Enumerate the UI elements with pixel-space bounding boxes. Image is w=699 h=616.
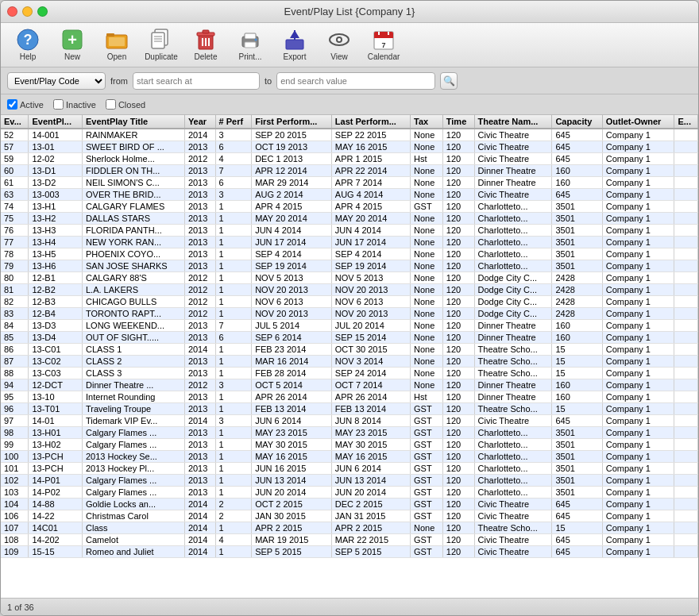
table-cell: Civic Theatre [474,415,552,427]
column-header[interactable]: Capacity [552,115,602,129]
table-row[interactable]: 7813-H5PHOENIX COYO...20131SEP 4 2014SEP… [1,248,698,260]
table-cell: 645 [552,534,602,546]
from-label: from [110,76,128,86]
table-cell: 120 [442,177,474,189]
delete-button[interactable]: Delete [185,26,226,64]
search-button[interactable]: 🔍 [440,72,458,90]
column-header[interactable]: # Perf [215,115,252,129]
svg-rect-19 [245,33,256,39]
help-button[interactable]: ? Help [7,26,48,64]
table-cell: Company 1 [602,499,674,510]
export-button[interactable]: Export [274,26,315,64]
table-cell: Dinner Theatre [474,165,552,177]
inactive-checkbox[interactable] [53,99,64,110]
table-cell [674,296,698,308]
calendar-button[interactable]: 7 Calendar [363,26,404,64]
table-cell: NOV 6 2013 [331,296,410,308]
table-row[interactable]: 6313-003OVER THE BRID...20133AUG 2 2014A… [1,189,698,201]
table-cell: 15 [552,344,602,356]
table-row[interactable]: 10614-22Christmas Carol20142JAN 30 2015J… [1,510,698,522]
table-row[interactable]: 5912-02Sherlock Holme...20124DEC 1 2013A… [1,153,698,165]
print-button[interactable]: Print... [230,26,271,64]
table-row[interactable]: 8112-B2L.A. LAKERS20121NOV 20 2013NOV 20… [1,284,698,296]
view-button[interactable]: View [319,26,360,64]
table-cell: Theatre Scho... [474,368,552,379]
table-cell: Dinner Theatre [474,391,552,403]
table-row[interactable]: 7613-H3FLORIDA PANTH...20131JUN 4 2014JU… [1,225,698,237]
column-header[interactable]: Year [184,115,215,129]
table-cell: 13-C02 [29,356,83,368]
table-cell: SEP 24 2014 [331,368,410,379]
table-cell: GST [411,534,443,546]
table-cell: FEB 13 2014 [331,403,410,415]
table-row[interactable]: 10214-P01Calgary Flames ...20131JUN 13 2… [1,475,698,487]
table-row[interactable]: 10113-PCH2013 Hockey Pl...20131JUN 16 20… [1,463,698,475]
closed-checkbox[interactable] [106,99,116,110]
column-header[interactable]: Ev... [1,115,29,129]
table-row[interactable]: 7713-H4NEW YORK RAN...20131JUN 17 2014JU… [1,237,698,248]
table-row[interactable]: 9714-01Tidemark VIP Ev...20143JUN 6 2014… [1,415,698,427]
table-cell: Internet Rounding [83,391,185,403]
table-cell: 7 [215,165,252,177]
table-row[interactable]: 10714C01Class20141APR 2 2015APR 2 2015No… [1,522,698,534]
active-filter[interactable]: Active [7,99,44,110]
table-row[interactable]: 8212-B3CHICAGO BULLS20121NOV 6 2013NOV 6… [1,296,698,308]
table-row[interactable]: 5214-001RAINMAKER20143SEP 20 2015SEP 22 … [1,129,698,141]
column-header[interactable]: Tax [411,115,443,129]
table-row[interactable]: 9813-H01Calgary Flames ...20131MAY 23 20… [1,427,698,439]
table-row[interactable]: 7413-H1CALGARY FLAMES20131APR 4 2015APR … [1,201,698,213]
closed-filter[interactable]: Closed [106,99,145,110]
search-field-dropdown[interactable]: Event/Play Code [7,72,106,90]
column-header[interactable]: EventPlay Title [83,115,185,129]
column-header[interactable]: Time [442,115,474,129]
table-row[interactable]: 5713-01SWEET BIRD OF ...20136OCT 19 2013… [1,141,698,153]
table-row[interactable]: 9412-DCTDinner Theatre ...20123OCT 5 201… [1,379,698,391]
table-row[interactable]: 9913-H02Calgary Flames ...20131MAY 30 20… [1,439,698,451]
table-row[interactable]: 8613-C01CLASS 120141FEB 23 2014OCT 30 20… [1,344,698,356]
table-cell: 3501 [552,463,602,475]
table-cell [674,463,698,475]
search-start-input[interactable] [133,72,260,90]
column-header[interactable]: Theatre Nam... [474,115,552,129]
table-row[interactable]: 8813-C03CLASS 320131FEB 28 2014SEP 24 20… [1,368,698,379]
open-button[interactable]: Open [96,26,137,64]
table-row[interactable]: 7513-H2DALLAS STARS20131MAY 20 2014MAY 2… [1,213,698,225]
table-row[interactable]: 6013-D1FIDDLER ON TH...20137APR 12 2014A… [1,165,698,177]
table-cell: MAR 16 2014 [252,356,332,368]
table-cell: None [411,129,443,141]
table-row[interactable]: 10414-88Goldie Locks an...20142OCT 2 201… [1,499,698,510]
table-cell: 74 [1,201,29,213]
column-header[interactable]: E... [674,115,698,129]
table-row[interactable]: 9513-10Internet Rounding20131APR 26 2014… [1,391,698,403]
table-cell: 13-H1 [29,201,83,213]
inactive-filter[interactable]: Inactive [53,99,96,110]
new-button[interactable]: + New [52,26,93,64]
table-cell [674,534,698,546]
table-row[interactable]: 7913-H6SAN JOSE SHARKS20131SEP 19 2014SE… [1,260,698,272]
table-row[interactable]: 10013-PCH2013 Hockey Se...20131MAY 16 20… [1,451,698,463]
column-header[interactable]: First Perform... [252,115,332,129]
table-cell: 13-H5 [29,248,83,260]
table-cell: Company 1 [602,534,674,546]
table-row[interactable]: 8513-D4OUT OF SIGHT.....20136SEP 6 2014S… [1,332,698,344]
table-row[interactable]: 10915-15Romeo and Juliet20141SEP 5 2015S… [1,546,698,558]
duplicate-button[interactable]: Duplicate [141,26,182,64]
table-cell: 3501 [552,439,602,451]
table-row[interactable]: 9613-T01Traveling Troupe20131FEB 13 2014… [1,403,698,415]
table-row[interactable]: 10814-202Camelot20144MAR 19 2015MAR 22 2… [1,534,698,546]
table-row[interactable]: 8012-B1CALGARY 88'S20121NOV 5 2013NOV 5 … [1,272,698,284]
table-row[interactable]: 8413-D3LONG WEEKEND...20137JUL 5 2014JUL… [1,320,698,332]
column-header[interactable]: EventPl... [29,115,83,129]
table-row[interactable]: 8713-C02CLASS 220131MAR 16 2014NOV 3 201… [1,356,698,368]
table-row[interactable]: 8312-B4TORONTO RAPT...20121NOV 20 2013NO… [1,308,698,320]
column-header[interactable]: Outlet-Owner [602,115,674,129]
maximize-button[interactable] [37,6,48,17]
minimize-button[interactable] [22,6,33,17]
active-checkbox[interactable] [7,99,17,110]
table-cell: MAY 23 2015 [252,427,332,439]
table-row[interactable]: 6113-D2NEIL SIMON'S C...20136MAR 29 2014… [1,177,698,189]
table-row[interactable]: 10314-P02Calgary Flames ...20131JUN 20 2… [1,487,698,499]
column-header[interactable]: Last Perform... [331,115,410,129]
search-end-input[interactable] [276,72,435,90]
close-button[interactable] [7,6,17,17]
